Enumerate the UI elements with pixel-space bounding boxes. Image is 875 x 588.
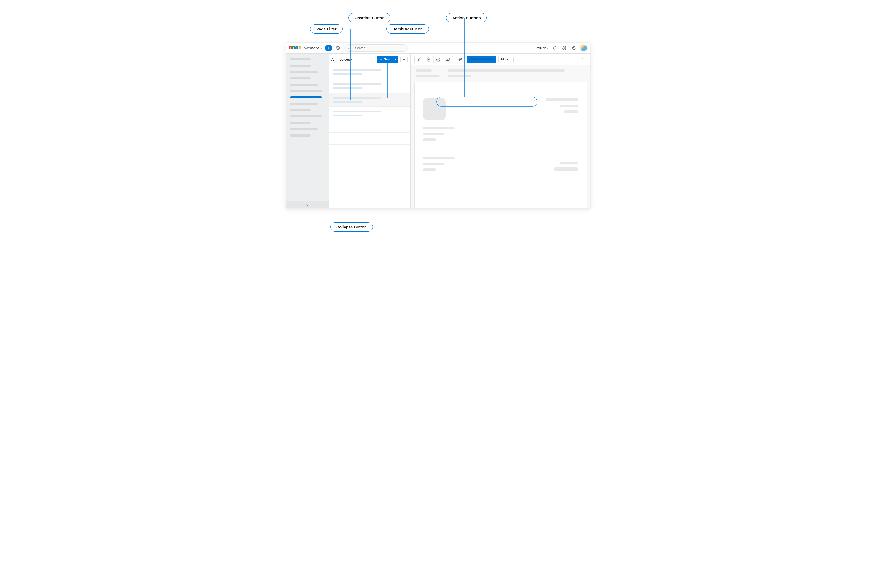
zoho-logo-icon: ZOHO — [289, 46, 301, 50]
mail-button[interactable] — [443, 56, 453, 63]
list-item[interactable] — [329, 132, 410, 145]
list-item[interactable] — [329, 66, 410, 79]
sidebar-item[interactable] — [290, 103, 317, 105]
more-button-label: More — [501, 57, 508, 61]
plus-icon — [379, 58, 383, 61]
close-icon — [581, 57, 585, 62]
svg-point-1 — [564, 48, 565, 49]
settings-button[interactable] — [561, 45, 568, 51]
callout-page-filter: Page Filter — [310, 24, 343, 33]
creation-button-label: New — [383, 57, 390, 61]
list-item[interactable] — [329, 120, 410, 132]
detail-pane: More ▾ — [410, 54, 591, 208]
caret-down-icon: ▾ — [351, 58, 352, 61]
gear-icon — [562, 46, 567, 50]
attachment-button[interactable] — [455, 56, 465, 63]
sidebar-item[interactable] — [290, 84, 317, 86]
chevron-down-icon: ▾ — [352, 47, 353, 50]
app-name: Inventory — [302, 46, 319, 50]
plus-icon — [326, 46, 331, 50]
sidebar — [286, 54, 329, 208]
help-icon — [572, 46, 576, 50]
app-logo[interactable]: ZOHO Inventory ⌄ — [289, 46, 323, 50]
mail-icon — [446, 57, 450, 62]
primary-action-button[interactable] — [467, 56, 496, 63]
svg-rect-3 — [437, 60, 439, 61]
avatar[interactable] — [580, 44, 587, 52]
callout-action-buttons: Action Buttons — [446, 13, 487, 22]
search-icon — [347, 46, 350, 50]
paperclip-icon — [458, 57, 462, 62]
list-item[interactable] — [329, 157, 410, 169]
list-column: All Invoices ▾ New ▾ — [329, 54, 410, 208]
sidebar-item[interactable] — [290, 134, 311, 136]
pdf-button[interactable] — [424, 56, 433, 63]
close-button[interactable] — [579, 56, 587, 63]
print-button[interactable] — [433, 56, 443, 63]
callout-hamburger-icon: Hamburger Icon — [386, 24, 429, 33]
topbar: ZOHO Inventory ⌄ ▾ Zylker ⌄ — [286, 42, 591, 54]
list-item[interactable] — [329, 79, 410, 93]
pencil-icon — [417, 57, 421, 62]
recent-activity-button[interactable] — [335, 45, 341, 51]
company-logo-placeholder — [423, 98, 446, 120]
app-window: ZOHO Inventory ⌄ ▾ Zylker ⌄ — [286, 42, 591, 208]
detail-header — [410, 65, 591, 82]
notifications-button[interactable] — [551, 45, 558, 51]
help-button[interactable] — [570, 45, 577, 51]
more-button[interactable]: More ▾ — [498, 56, 514, 63]
sidebar-item[interactable] — [290, 65, 311, 67]
org-switcher[interactable]: Zylker ⌄ — [536, 46, 549, 50]
sidebar-collapse-button[interactable] — [286, 201, 329, 208]
history-icon — [336, 46, 340, 50]
list-item[interactable] — [329, 106, 410, 120]
sidebar-item[interactable] — [290, 109, 311, 111]
chevron-down-icon: ⌄ — [547, 46, 549, 50]
org-name: Zylker — [536, 46, 546, 50]
sidebar-item[interactable] — [290, 122, 311, 124]
sidebar-item[interactable] — [290, 116, 322, 117]
sidebar-item[interactable] — [290, 71, 317, 73]
creation-button-dropdown[interactable]: ▾ — [393, 56, 398, 63]
search-input[interactable] — [355, 46, 405, 50]
sidebar-item[interactable] — [290, 128, 317, 130]
sidebar-item-active[interactable] — [290, 96, 322, 99]
callout-creation-button: Creation Button — [349, 13, 391, 22]
global-search[interactable]: ▾ — [344, 44, 407, 52]
creation-button[interactable]: New ▾ — [377, 56, 398, 63]
list-item-selected[interactable] — [329, 93, 410, 106]
quick-add-button[interactable] — [325, 45, 332, 51]
hamburger-menu-button[interactable] — [400, 56, 407, 63]
action-bar: More ▾ — [410, 54, 591, 65]
caret-down-icon: ▾ — [510, 58, 511, 61]
attachment-group — [455, 56, 465, 63]
printer-icon — [436, 57, 441, 62]
chevron-left-icon — [305, 203, 310, 207]
sidebar-item[interactable] — [290, 58, 311, 60]
pdf-icon — [427, 57, 431, 62]
list-item[interactable] — [329, 145, 410, 157]
document-preview — [414, 82, 587, 208]
chevron-down-icon: ⌄ — [320, 46, 323, 50]
page-filter-label: All Invoices — [331, 57, 350, 62]
list-item[interactable] — [329, 169, 410, 181]
callout-collapse-button: Collapse Button — [330, 222, 373, 231]
list-item[interactable] — [329, 181, 410, 193]
sidebar-item[interactable] — [290, 77, 311, 80]
bell-icon — [553, 46, 557, 50]
svg-point-0 — [348, 47, 349, 49]
page-filter-dropdown[interactable]: All Invoices ▾ — [331, 57, 352, 62]
edit-button[interactable] — [415, 56, 424, 63]
sidebar-item[interactable] — [290, 90, 322, 92]
action-buttons-group — [414, 56, 453, 63]
